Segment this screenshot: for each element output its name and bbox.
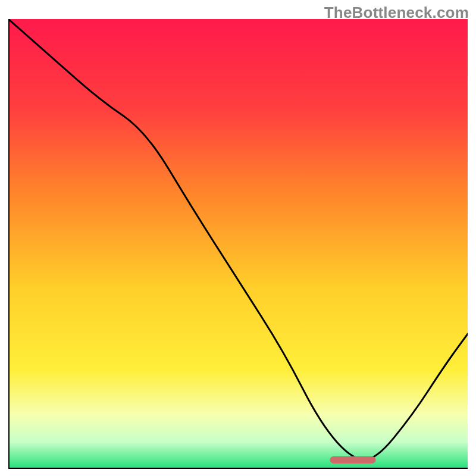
chart-container: TheBottleneck.com bbox=[0, 0, 476, 476]
gradient-background bbox=[8, 19, 468, 469]
plot-area bbox=[8, 19, 468, 469]
bottleneck-chart bbox=[8, 19, 468, 469]
optimal-range-marker bbox=[330, 456, 375, 464]
